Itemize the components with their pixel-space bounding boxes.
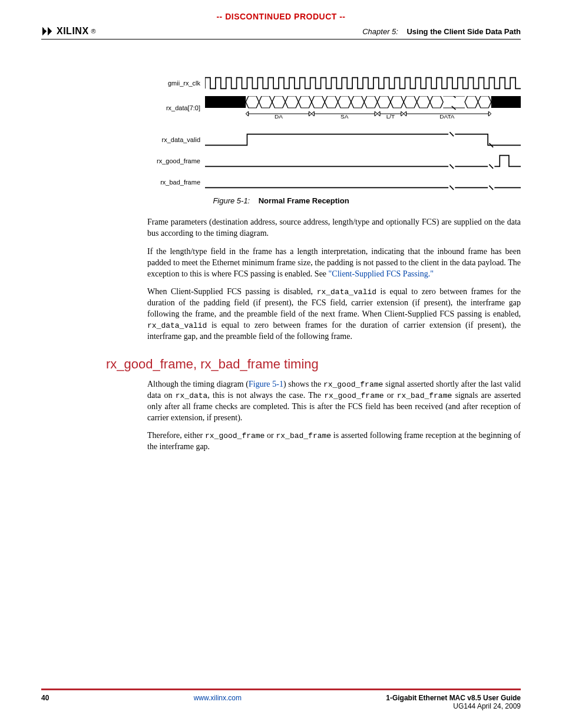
signal-label-valid: rx_data_valid <box>147 136 200 143</box>
code-token: rx_bad_frame <box>276 431 332 440</box>
text-run: Although the timing diagram ( <box>147 380 249 388</box>
figure-number: Figure 5-1: <box>213 196 250 205</box>
discontinued-banner: -- DISCONTINUED PRODUCT -- <box>41 12 521 21</box>
good-waveform <box>205 153 521 169</box>
header-rule <box>41 39 521 39</box>
code-token: rx_bad_frame <box>397 391 452 400</box>
section-heading: rx_good_frame, rx_bad_frame timing <box>106 357 521 372</box>
xilinx-logo-icon <box>41 26 54 37</box>
clock-waveform <box>205 75 521 91</box>
paragraph: If the length/type field in the frame ha… <box>147 246 521 280</box>
text-run: ) shows the <box>283 380 323 388</box>
chapter-breadcrumb: Chapter 5: Using the Client Side Data Pa… <box>362 27 521 36</box>
code-token: rx_good_frame <box>205 431 265 440</box>
field-label-sa: SA <box>340 114 349 120</box>
link-figure-5-1[interactable]: Figure 5-1 <box>249 380 283 388</box>
data-waveform: DA SA L/T DATA <box>205 96 521 120</box>
signal-label-bad: rx_bad_frame <box>147 179 200 186</box>
text-run: or <box>265 431 276 440</box>
code-token: rx_good_frame <box>324 391 384 400</box>
page-header: XILINX ® Chapter 5: Using the Client Sid… <box>41 26 521 37</box>
page-number: 40 <box>41 694 49 702</box>
signal-label-data: rx_data[7:0] <box>147 104 200 111</box>
footer-url-link[interactable]: www.xilinx.com <box>194 694 242 702</box>
code-token: rx_data_valid <box>147 321 207 330</box>
doc-title: 1-Gigabit Ethernet MAC v8.5 User Guide <box>386 694 521 702</box>
signal-label-clk: gmii_rx_clk <box>147 80 200 87</box>
field-label-da: DA <box>275 114 283 120</box>
figure-title: Normal Frame Reception <box>259 196 349 205</box>
svg-rect-4 <box>491 96 521 108</box>
link-fcs-passing[interactable]: "Client-Supplied FCS Passing." <box>329 269 434 278</box>
field-label-lt: L/T <box>386 114 395 120</box>
text-run: , this is not always the case. The <box>207 391 324 400</box>
bad-waveform <box>205 174 521 190</box>
timing-row-data: rx_data[7:0] <box>147 96 521 120</box>
xilinx-logo: XILINX ® <box>41 26 96 37</box>
timing-row-valid: rx_data_valid <box>147 131 521 148</box>
code-token: rx_data <box>176 391 208 400</box>
chapter-number: Chapter 5: <box>362 27 398 36</box>
svg-point-0 <box>44 29 45 30</box>
chapter-title: Using the Client Side Data Path <box>406 27 521 36</box>
field-label-data: DATA <box>439 114 455 120</box>
logo-registered: ® <box>91 28 96 35</box>
valid-waveform <box>205 131 521 148</box>
doc-id: UG144 April 24, 2009 <box>386 702 521 710</box>
body-text-block-2: Although the timing diagram (Figure 5-1)… <box>147 379 521 453</box>
timing-row-bad: rx_bad_frame <box>147 174 521 190</box>
text-run: When Client-Supplied FCS passing is disa… <box>147 287 317 296</box>
paragraph: When Client-Supplied FCS passing is disa… <box>147 286 521 342</box>
figure-caption: Figure 5-1: Normal Frame Reception <box>41 196 521 205</box>
logo-text: XILINX <box>57 26 89 37</box>
page-footer: 40 www.xilinx.com 1-Gigabit Ethernet MAC… <box>41 685 521 710</box>
text-run: or <box>384 391 397 400</box>
code-token: rx_data_valid <box>317 288 376 297</box>
svg-rect-1 <box>205 96 246 108</box>
footer-rule <box>41 689 521 690</box>
paragraph: Although the timing diagram (Figure 5-1)… <box>147 379 521 424</box>
paragraph: Frame parameters (destination address, s… <box>147 217 521 239</box>
timing-row-good: rx_good_frame <box>147 153 521 169</box>
timing-row-clk: gmii_rx_clk <box>147 75 521 91</box>
timing-diagram: gmii_rx_clk rx_data[7:0] <box>147 75 521 190</box>
paragraph: Therefore, either rx_good_frame or rx_ba… <box>147 430 521 453</box>
code-token: rx_good_frame <box>323 380 383 389</box>
text-run: Therefore, either <box>147 431 205 440</box>
body-text-block-1: Frame parameters (destination address, s… <box>147 217 521 342</box>
signal-label-good: rx_good_frame <box>147 157 200 164</box>
